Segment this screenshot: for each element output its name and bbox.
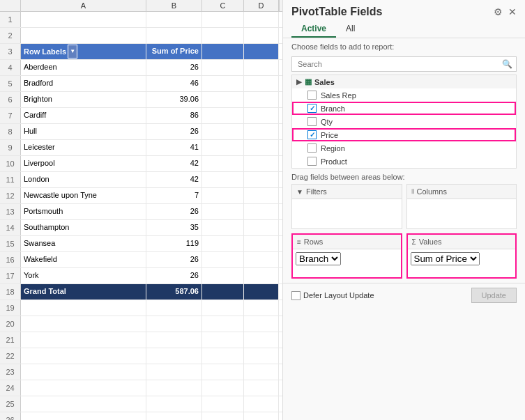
- cell-1[interactable]: 42: [146, 172, 202, 187]
- cell-2[interactable]: [202, 268, 244, 283]
- cell-2[interactable]: [202, 412, 244, 420]
- cell-3[interactable]: [244, 188, 279, 203]
- cell-2[interactable]: [202, 76, 244, 91]
- cell-1[interactable]: 26: [146, 252, 202, 267]
- cell-3[interactable]: [244, 156, 279, 171]
- cell-3[interactable]: [244, 204, 279, 219]
- cell-3[interactable]: [244, 220, 279, 235]
- cell-2[interactable]: [202, 364, 244, 380]
- rows-field-select[interactable]: Branch: [296, 252, 341, 265]
- field-item[interactable]: Price: [292, 128, 516, 141]
- search-input[interactable]: [291, 56, 517, 72]
- cell-1[interactable]: [146, 12, 202, 27]
- cell-3[interactable]: [244, 44, 279, 59]
- cell-1[interactable]: [146, 316, 202, 332]
- cell-0[interactable]: Aberdeen: [21, 60, 146, 75]
- cell-1[interactable]: 35: [146, 220, 202, 235]
- cell-3[interactable]: [244, 380, 279, 396]
- cell-1[interactable]: [146, 348, 202, 364]
- cell-1[interactable]: [146, 412, 202, 420]
- cell-3[interactable]: [244, 268, 279, 283]
- cell-1[interactable]: 46: [146, 76, 202, 91]
- tab-active[interactable]: Active: [291, 21, 336, 38]
- cell-0[interactable]: Portsmouth: [21, 204, 146, 219]
- cell-2[interactable]: [202, 220, 244, 235]
- cell-1[interactable]: [146, 300, 202, 316]
- cell-3[interactable]: [244, 284, 279, 300]
- cell-1[interactable]: 41: [146, 140, 202, 155]
- cell-3[interactable]: [244, 396, 279, 412]
- cell-0[interactable]: Swansea: [21, 236, 146, 251]
- cell-2[interactable]: [202, 236, 244, 251]
- cell-2[interactable]: [202, 124, 244, 139]
- field-checkbox[interactable]: [307, 117, 317, 126]
- cell-1[interactable]: [146, 364, 202, 380]
- cell-3[interactable]: [244, 236, 279, 251]
- cell-0[interactable]: Liverpool: [21, 156, 146, 171]
- cell-3[interactable]: [244, 348, 279, 364]
- cell-3[interactable]: [244, 12, 279, 27]
- update-button[interactable]: Update: [471, 288, 517, 303]
- cell-0[interactable]: York: [21, 268, 146, 283]
- cell-3[interactable]: [244, 316, 279, 332]
- cell-3[interactable]: [244, 300, 279, 316]
- cell-0[interactable]: [21, 12, 146, 27]
- cell-1[interactable]: 26: [146, 124, 202, 139]
- cell-0[interactable]: [21, 316, 146, 332]
- cell-0[interactable]: [21, 332, 146, 348]
- cell-2[interactable]: [202, 156, 244, 171]
- cell-2[interactable]: [202, 108, 244, 123]
- cell-3[interactable]: [244, 92, 279, 107]
- cell-0[interactable]: Grand Total: [21, 284, 146, 300]
- cell-2[interactable]: [202, 172, 244, 187]
- cell-2[interactable]: [202, 140, 244, 155]
- values-field-select[interactable]: Sum of Price: [411, 252, 480, 265]
- field-item[interactable]: Product: [292, 155, 516, 168]
- cell-0[interactable]: London: [21, 172, 146, 187]
- cell-1[interactable]: [146, 380, 202, 396]
- cell-3[interactable]: [244, 332, 279, 348]
- cell-3[interactable]: [244, 412, 279, 420]
- close-icon[interactable]: ✕: [508, 6, 517, 17]
- cell-1[interactable]: 587.06: [146, 284, 202, 300]
- cell-0[interactable]: Hull: [21, 124, 146, 139]
- expand-arrow-icon[interactable]: ▶: [296, 78, 302, 86]
- cell-0[interactable]: Newcastle upon Tyne: [21, 188, 146, 203]
- cell-2[interactable]: [202, 380, 244, 396]
- cell-0[interactable]: [21, 412, 146, 420]
- cell-0[interactable]: Southampton: [21, 220, 146, 235]
- cell-2[interactable]: [202, 252, 244, 267]
- cell-1[interactable]: 39.06: [146, 92, 202, 107]
- gear-icon[interactable]: ⚙: [494, 6, 503, 17]
- cell-2[interactable]: [202, 204, 244, 219]
- cell-3[interactable]: [244, 364, 279, 380]
- cell-0[interactable]: [21, 364, 146, 380]
- field-checkbox[interactable]: [307, 130, 317, 139]
- defer-checkbox[interactable]: [291, 291, 300, 300]
- cell-0[interactable]: Leicester: [21, 140, 146, 155]
- cell-1[interactable]: 26: [146, 204, 202, 219]
- cell-2[interactable]: [202, 28, 244, 43]
- field-item[interactable]: Sales Rep: [292, 88, 516, 102]
- cell-1[interactable]: [146, 28, 202, 43]
- cell-1[interactable]: 119: [146, 236, 202, 251]
- field-item[interactable]: Qty: [292, 115, 516, 128]
- cell-1[interactable]: [146, 396, 202, 412]
- cell-2[interactable]: [202, 300, 244, 316]
- field-checkbox[interactable]: [307, 91, 317, 100]
- cell-2[interactable]: [202, 60, 244, 75]
- cell-3[interactable]: [244, 108, 279, 123]
- cell-0[interactable]: Brighton: [21, 92, 146, 107]
- cell-3[interactable]: [244, 28, 279, 43]
- cell-2[interactable]: [202, 316, 244, 332]
- cell-0[interactable]: Cardiff: [21, 108, 146, 123]
- cell-2[interactable]: [202, 92, 244, 107]
- cell-2[interactable]: [202, 284, 244, 300]
- cell-2[interactable]: [202, 12, 244, 27]
- field-item[interactable]: Branch: [292, 102, 516, 115]
- cell-0[interactable]: [21, 300, 146, 316]
- cell-0[interactable]: Bradford: [21, 76, 146, 91]
- cell-0[interactable]: [21, 28, 146, 43]
- cell-3[interactable]: [244, 140, 279, 155]
- field-checkbox[interactable]: [307, 104, 317, 113]
